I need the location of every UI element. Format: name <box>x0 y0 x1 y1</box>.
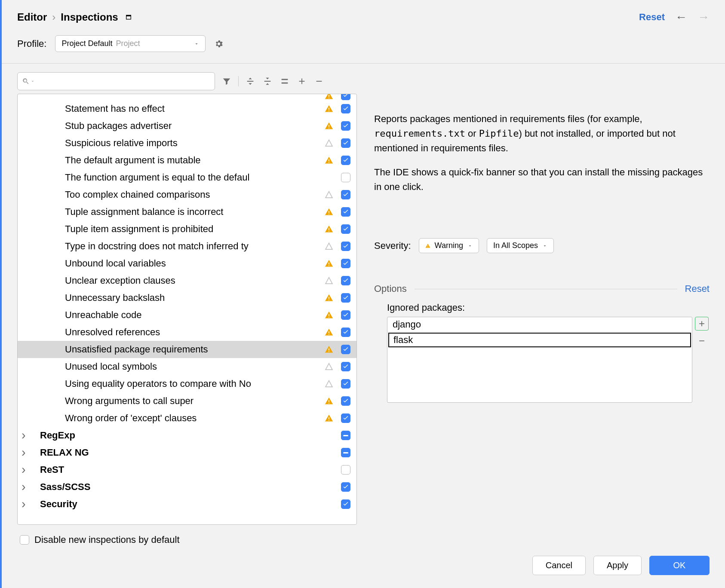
inspection-group[interactable]: RegExp <box>18 427 356 444</box>
checkbox[interactable] <box>341 156 350 165</box>
inspection-row[interactable]: Wrong order of 'except' clauses <box>18 410 356 427</box>
chevron-right-icon[interactable] <box>22 447 29 458</box>
inspection-group[interactable]: RELAX NG <box>18 444 356 461</box>
inspection-row[interactable]: The default argument is mutable <box>18 152 356 169</box>
cancel-button[interactable]: Cancel <box>532 556 586 575</box>
disable-new-checkbox[interactable] <box>20 535 29 545</box>
checkbox[interactable] <box>341 310 350 320</box>
inspection-row[interactable]: Unclear exception clauses <box>18 272 356 289</box>
inspection-label: Using equality operators to compare with… <box>25 378 323 389</box>
scope-select[interactable]: In All Scopes <box>487 238 554 253</box>
inspection-label: Type in docstring does not match inferre… <box>25 241 323 252</box>
inspections-tree[interactable]: .Statement has no effectStub packages ad… <box>17 94 357 525</box>
list-item[interactable]: flask <box>388 333 691 347</box>
profile-select[interactable]: Project Default Project <box>55 35 206 52</box>
show-in-window-icon[interactable] <box>125 14 132 21</box>
checkbox[interactable] <box>341 224 350 234</box>
profile-scope: Project <box>116 39 140 48</box>
checkbox[interactable] <box>341 94 350 100</box>
disable-new-label: Disable new inspections by default <box>34 534 180 545</box>
ignored-packages-label: Ignored packages: <box>387 302 710 313</box>
inspection-row[interactable]: . <box>18 94 356 100</box>
ignored-packages-list[interactable]: djangoflask <box>387 317 692 403</box>
breadcrumb-sep: › <box>52 11 55 23</box>
inspection-row[interactable]: Statement has no effect <box>18 100 356 117</box>
gear-icon[interactable] <box>214 39 224 49</box>
inspection-label: Tuple assignment balance is incorrect <box>25 206 323 217</box>
inspection-row[interactable]: Unused local symbols <box>18 358 356 375</box>
checkbox[interactable] <box>341 362 350 371</box>
inspection-group[interactable]: ReST <box>18 461 356 478</box>
checkbox[interactable] <box>341 104 350 113</box>
checkbox[interactable] <box>341 396 350 406</box>
collapse-all-icon[interactable] <box>262 76 273 87</box>
severity-select[interactable]: Warning <box>419 238 479 253</box>
add-icon[interactable] <box>296 76 307 87</box>
inspection-label: Tuple item assignment is prohibited <box>25 224 323 235</box>
inspection-row[interactable]: Unbound local variables <box>18 255 356 272</box>
inspection-row[interactable]: Unreachable code <box>18 306 356 324</box>
group-label: Sass/SCSS <box>25 481 323 493</box>
inspection-row[interactable]: Unnecessary backslash <box>18 289 356 306</box>
inspection-row[interactable]: Type in docstring does not match inferre… <box>18 238 356 255</box>
checkbox[interactable] <box>341 448 350 457</box>
checkbox[interactable] <box>341 345 350 354</box>
apply-button[interactable]: Apply <box>593 556 642 575</box>
inspection-row[interactable]: Too complex chained comparisons <box>18 186 356 203</box>
checkbox[interactable] <box>341 293 350 303</box>
inspection-row[interactable]: Stub packages advertiser <box>18 117 356 135</box>
checkbox[interactable] <box>341 242 350 251</box>
chevron-right-icon[interactable] <box>22 481 29 493</box>
options-title: Options <box>374 283 407 294</box>
add-ignored-button[interactable]: + <box>695 317 709 331</box>
inspection-row[interactable]: Using equality operators to compare with… <box>18 375 356 392</box>
filter-icon[interactable] <box>221 76 232 87</box>
inspection-row[interactable]: Tuple item assignment is prohibited <box>18 220 356 238</box>
inspection-row[interactable]: Suspicious relative imports <box>18 135 356 152</box>
expand-all-icon[interactable] <box>245 76 256 87</box>
checkbox[interactable] <box>341 482 350 492</box>
checkbox[interactable] <box>341 259 350 268</box>
inspection-label: Wrong order of 'except' clauses <box>25 413 323 424</box>
chevron-right-icon[interactable] <box>22 430 29 441</box>
checkbox[interactable] <box>341 190 350 199</box>
inspection-row[interactable]: Unresolved references <box>18 324 356 341</box>
warning-icon <box>325 122 333 130</box>
chevron-right-icon[interactable] <box>22 499 29 510</box>
divider <box>415 289 677 289</box>
checkbox[interactable] <box>341 465 350 475</box>
inspection-row[interactable]: Tuple assignment balance is incorrect <box>18 203 356 220</box>
checkbox[interactable] <box>341 431 350 440</box>
inspection-label: Wrong arguments to call super <box>25 395 323 407</box>
ok-button[interactable]: OK <box>649 556 710 575</box>
reset-link[interactable]: Reset <box>639 12 665 23</box>
disable-new-row[interactable]: Disable new inspections by default <box>17 525 357 545</box>
inspection-row[interactable]: The function argument is equal to the de… <box>18 169 356 186</box>
inspection-row[interactable]: Unsatisfied package requirements <box>18 341 356 358</box>
checkbox[interactable] <box>341 413 350 423</box>
checkbox[interactable] <box>341 121 350 131</box>
remove-ignored-button[interactable]: − <box>695 334 709 348</box>
checkbox[interactable] <box>341 138 350 148</box>
inspection-group[interactable]: Security <box>18 496 356 513</box>
options-reset-link[interactable]: Reset <box>685 283 710 294</box>
checkbox[interactable] <box>341 173 350 182</box>
checkbox[interactable] <box>341 328 350 337</box>
remove-icon[interactable] <box>313 76 325 87</box>
list-item[interactable]: django <box>387 317 692 332</box>
search-input[interactable] <box>17 72 215 90</box>
checkbox[interactable] <box>341 276 350 285</box>
inspection-row[interactable]: Wrong arguments to call super <box>18 392 356 410</box>
inspection-label: Unreachable code <box>25 309 323 321</box>
checkbox[interactable] <box>341 379 350 389</box>
breadcrumb-parent[interactable]: Editor <box>17 11 47 23</box>
chevron-right-icon[interactable] <box>22 464 29 475</box>
inspection-label: Unresolved references <box>25 327 323 338</box>
show-level-icon[interactable] <box>279 76 290 87</box>
checkbox[interactable] <box>341 499 350 509</box>
inspection-group[interactable]: Sass/SCSS <box>18 478 356 496</box>
checkbox[interactable] <box>341 207 350 217</box>
warning-icon <box>325 397 333 405</box>
inspection-label: Statement has no effect <box>25 103 323 114</box>
back-arrow-icon[interactable]: ← <box>675 10 687 24</box>
